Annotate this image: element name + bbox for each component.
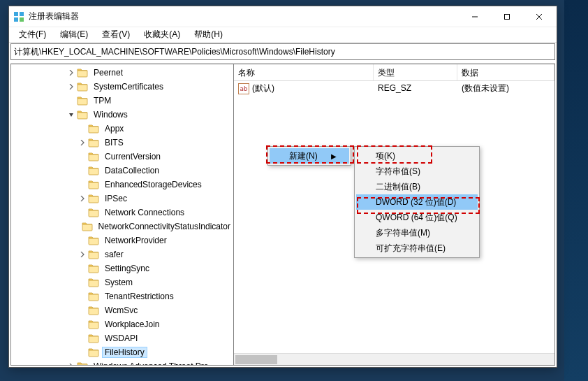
tree-item-label: DataCollection <box>102 165 162 176</box>
tree-item-label: SettingSync <box>102 263 152 274</box>
key-tree: PeernetSystemCertificatesTPMWindowsAppxB… <box>11 64 233 366</box>
new-submenu-item[interactable]: DWORD (32 位)值(D) <box>356 194 478 210</box>
chevron-right-icon[interactable] <box>67 82 75 91</box>
tree-item-label: WSDAPI <box>102 333 140 344</box>
app-icon <box>13 11 24 22</box>
tree-item[interactable]: IPSec <box>11 192 233 206</box>
submenu-item-label: DWORD (32 位)值(D) <box>376 196 456 208</box>
menu-view[interactable]: 查看(V) <box>95 27 137 42</box>
expander-placeholder <box>78 166 87 175</box>
expander-placeholder <box>78 306 87 315</box>
menu-file[interactable]: 文件(F) <box>12 27 53 42</box>
submenu-item-label: 二进制值(B) <box>376 181 420 193</box>
list-hscrollbar[interactable] <box>234 353 554 365</box>
folder-icon <box>88 305 99 316</box>
tree-item-label: WcmSvc <box>102 305 140 316</box>
value-name-cell: ab(默认) <box>234 81 374 96</box>
context-menu: 新建(N) ▶ <box>267 146 351 166</box>
tree-item[interactable]: Appx <box>11 122 233 136</box>
chevron-right-icon[interactable] <box>78 138 87 147</box>
string-value-icon: ab <box>238 83 249 94</box>
tree-item-label: IPSec <box>102 193 130 204</box>
chevron-right-icon: ▶ <box>331 152 337 160</box>
tree-item[interactable]: CurrentVersion <box>11 150 233 164</box>
tree-item[interactable]: NetworkProvider <box>11 233 233 247</box>
window-title: 注册表编辑器 <box>29 10 459 22</box>
folder-icon <box>88 263 99 274</box>
tree-item-label: EnhancedStorageDevices <box>102 179 205 190</box>
tree-item[interactable]: NetworkConnectivityStatusIndicator <box>11 220 233 233</box>
titlebar: 注册表编辑器 <box>9 6 557 27</box>
folder-icon <box>77 361 88 366</box>
tree-item[interactable]: Peernet <box>11 66 233 80</box>
expander-placeholder <box>78 124 87 133</box>
col-name[interactable]: 名称 <box>234 64 374 80</box>
tree-item[interactable]: BITS <box>11 136 233 150</box>
submenu-item-label: QWORD (64 位)值(Q) <box>376 212 457 224</box>
expander-placeholder <box>78 264 87 273</box>
scrollbar-thumb[interactable] <box>235 355 277 364</box>
value-row[interactable]: ab(默认)REG_SZ(数值未设置) <box>234 81 554 95</box>
new-submenu: 项(K)字符串值(S)二进制值(B)DWORD (32 位)值(D)QWORD … <box>354 146 480 258</box>
new-submenu-item[interactable]: 二进制值(B) <box>356 179 478 194</box>
close-button[interactable] <box>523 6 555 27</box>
svg-rect-2 <box>14 17 18 22</box>
tree-item[interactable]: SystemCertificates <box>11 80 233 94</box>
chevron-right-icon[interactable] <box>78 194 87 203</box>
submenu-item-label: 可扩充字符串值(E) <box>376 243 446 254</box>
new-submenu-item[interactable]: 可扩充字符串值(E) <box>356 240 478 256</box>
tree-item-label: CurrentVersion <box>102 151 163 162</box>
value-name: (默认) <box>252 83 274 93</box>
expander-placeholder <box>78 222 80 231</box>
tree-item-label: NetworkConnectivityStatusIndicator <box>96 221 233 232</box>
svg-rect-1 <box>20 12 24 16</box>
tree-item[interactable]: Network Connections <box>11 206 233 220</box>
chevron-down-icon[interactable] <box>67 110 75 119</box>
chevron-right-icon[interactable] <box>67 69 75 77</box>
tree-pane[interactable]: PeernetSystemCertificatesTPMWindowsAppxB… <box>10 64 234 366</box>
col-data[interactable]: 数据 <box>457 64 554 80</box>
tree-item[interactable]: Windows <box>11 108 233 122</box>
menu-fav[interactable]: 收藏夹(A) <box>137 27 187 42</box>
chevron-right-icon[interactable] <box>67 362 75 366</box>
tree-item-label: Windows Advanced Threat Pro... <box>91 361 219 366</box>
tree-item[interactable]: EnhancedStorageDevices <box>11 178 233 192</box>
tree-item-label: Appx <box>102 123 126 134</box>
folder-icon <box>88 123 99 134</box>
folder-icon <box>88 193 99 204</box>
value-data-cell: (数值未设置) <box>457 81 554 96</box>
menu-edit[interactable]: 编辑(E) <box>53 27 95 42</box>
tree-item[interactable]: WorkplaceJoin <box>11 317 233 331</box>
folder-icon <box>88 235 99 246</box>
address-bar[interactable]: 计算机\HKEY_LOCAL_MACHINE\SOFTWARE\Policies… <box>10 43 555 60</box>
expander-placeholder <box>78 320 87 329</box>
maximize-button[interactable] <box>491 6 523 27</box>
new-submenu-item[interactable]: 字符串值(S) <box>356 164 478 179</box>
context-menu-new[interactable]: 新建(N) ▶ <box>270 148 349 164</box>
tree-item[interactable]: SettingSync <box>11 261 233 275</box>
tree-item-label: WorkplaceJoin <box>102 319 162 330</box>
folder-icon <box>88 151 99 162</box>
folder-icon <box>88 333 99 344</box>
tree-item[interactable]: TenantRestrictions <box>11 289 233 303</box>
expander-placeholder <box>78 334 87 343</box>
chevron-right-icon[interactable] <box>78 250 87 259</box>
expander-placeholder <box>78 236 87 245</box>
menu-help[interactable]: 帮助(H) <box>187 27 230 42</box>
expander-placeholder <box>78 278 87 287</box>
col-type[interactable]: 类型 <box>374 64 457 80</box>
new-submenu-item[interactable]: 多字符串值(M) <box>356 225 478 240</box>
tree-item[interactable]: Windows Advanced Threat Pro... <box>11 359 233 366</box>
expander-placeholder <box>78 348 87 357</box>
tree-item[interactable]: DataCollection <box>11 164 233 178</box>
minimize-button[interactable] <box>459 6 491 27</box>
tree-item[interactable]: WSDAPI <box>11 331 233 345</box>
new-submenu-item[interactable]: 项(K) <box>356 148 478 164</box>
tree-item[interactable]: safer <box>11 247 233 261</box>
tree-item[interactable]: TPM <box>11 94 233 108</box>
new-submenu-item[interactable]: QWORD (64 位)值(Q) <box>356 210 478 225</box>
tree-item[interactable]: FileHistory <box>11 345 233 359</box>
tree-item[interactable]: System <box>11 275 233 289</box>
address-path: 计算机\HKEY_LOCAL_MACHINE\SOFTWARE\Policies… <box>14 46 335 58</box>
tree-item[interactable]: WcmSvc <box>11 303 233 317</box>
